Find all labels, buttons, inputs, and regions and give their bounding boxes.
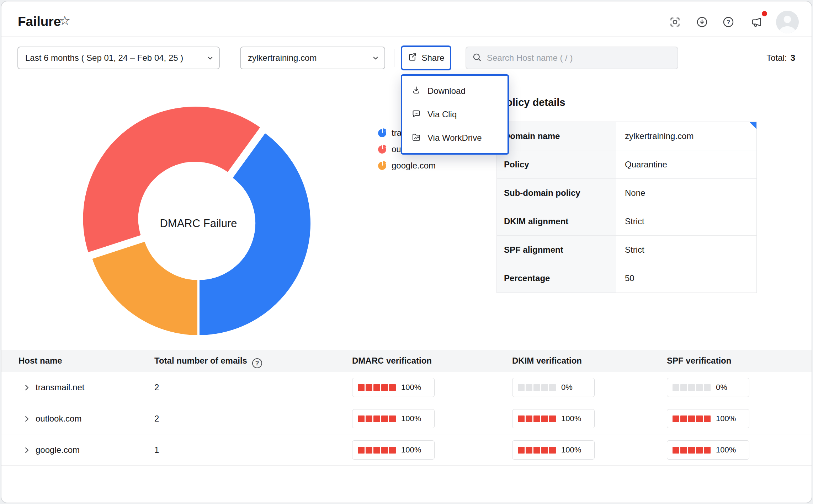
- table-row-google.com[interactable]: google.com1100%100%100%: [1, 434, 812, 466]
- policy-label: Percentage: [497, 264, 616, 293]
- policy-value: zylkertraining.com: [616, 122, 756, 150]
- meter-block: [704, 384, 711, 391]
- meter-percent: 0%: [561, 383, 573, 392]
- host-name-cell: google.com: [36, 434, 80, 466]
- meter-block: [358, 415, 365, 422]
- dmarc-meter: 100%: [352, 378, 435, 397]
- expand-chevron-icon[interactable]: [22, 414, 31, 423]
- donut-slice-google.com[interactable]: [91, 241, 198, 337]
- spf-meter: 100%: [667, 409, 749, 428]
- meter-block: [366, 447, 372, 454]
- search-input[interactable]: [487, 53, 672, 63]
- policy-value: Strict: [616, 236, 756, 264]
- policy-row: PolicyQuarantine: [497, 150, 756, 179]
- dmarc-meter: 100%: [352, 409, 435, 428]
- col-host-name: Host name: [18, 350, 62, 372]
- meter-block: [680, 384, 687, 391]
- policy-label: SPF alignment: [497, 236, 616, 264]
- chart-center-label: DMARC Failure: [74, 217, 323, 230]
- meter-percent: 0%: [716, 383, 727, 392]
- meter-percent: 100%: [401, 383, 421, 392]
- table-row-outlook.com[interactable]: outlook.com2100%100%100%: [1, 403, 812, 434]
- meter-block: [526, 415, 532, 422]
- policy-label: DKIM alignment: [497, 207, 616, 235]
- cliq-icon: [411, 109, 421, 120]
- host-name-cell: outlook.com: [36, 403, 81, 434]
- meter-block: [518, 447, 525, 454]
- policy-heading: Policy details: [499, 97, 565, 108]
- policy-label: Domain name: [497, 122, 616, 150]
- date-range-select[interactable]: Last 6 months ( Sep 01, 24 – Feb 04, 25 …: [17, 47, 220, 69]
- toolbar-divider: [230, 49, 230, 67]
- meter-block: [688, 415, 695, 422]
- total-label: Total:: [766, 53, 787, 63]
- download-icon: [411, 85, 421, 97]
- avatar[interactable]: [776, 11, 799, 33]
- announcements-icon[interactable]: [750, 16, 762, 28]
- policy-row: DKIM alignmentStrict: [497, 207, 756, 236]
- help-icon[interactable]: ?: [722, 16, 734, 28]
- meter-percent: 100%: [561, 414, 581, 423]
- col-total-emails: Total number of emails?: [154, 350, 262, 372]
- meter-block: [696, 415, 703, 422]
- meter-block: [541, 384, 548, 391]
- share-button[interactable]: Share: [401, 45, 451, 70]
- dkim-meter: 100%: [512, 440, 595, 460]
- meter-block: [549, 384, 556, 391]
- pie-icon: [377, 145, 387, 154]
- meter-block: [366, 384, 372, 391]
- meter-block: [688, 447, 695, 454]
- meter-block: [549, 415, 556, 422]
- spf-meter: 100%: [667, 440, 749, 460]
- meter-block: [673, 415, 679, 422]
- domain-select[interactable]: zylkertraining.com: [240, 47, 385, 69]
- policy-row: Percentage50: [497, 264, 756, 293]
- expand-chevron-icon[interactable]: [22, 383, 31, 392]
- dkim-meter: 100%: [512, 409, 595, 428]
- meter-block: [358, 384, 365, 391]
- notification-dot: [762, 11, 767, 16]
- meter-block: [673, 447, 679, 454]
- menu-item-via-workdrive[interactable]: Via WorkDrive: [402, 126, 508, 150]
- dkim-meter: 0%: [512, 378, 595, 397]
- meter-block: [389, 384, 396, 391]
- app-window: Failure ☆ ? Last 6 months ( Sep 01, 24 –…: [1, 1, 812, 503]
- share-icon: [408, 52, 417, 64]
- meter-block: [381, 447, 388, 454]
- policy-value: Strict: [616, 207, 756, 235]
- meter-block: [680, 447, 687, 454]
- policy-value: None: [616, 179, 756, 207]
- table-row-transmail.net[interactable]: transmail.net2100%0%0%: [1, 372, 812, 403]
- policy-row: SPF alignmentStrict: [497, 236, 756, 264]
- help-circle-icon[interactable]: ?: [252, 358, 262, 368]
- meter-block: [680, 415, 687, 422]
- toolbar-divider: [394, 49, 394, 67]
- download-report-icon[interactable]: [696, 16, 708, 28]
- meter-block: [518, 384, 525, 391]
- header-divider: [1, 36, 812, 37]
- menu-item-via-cliq[interactable]: Via Cliq: [402, 103, 508, 126]
- expand-chevron-icon[interactable]: [22, 445, 31, 455]
- meter-block: [373, 415, 380, 422]
- meter-block: [541, 447, 548, 454]
- meter-block: [526, 447, 532, 454]
- menu-item-label: Download: [427, 86, 466, 96]
- meter-block: [373, 447, 380, 454]
- host-table-body: transmail.net2100%0%0%outlook.com2100%10…: [1, 372, 812, 466]
- favorite-star-icon[interactable]: ☆: [59, 14, 70, 27]
- email-count-cell: 1: [154, 434, 159, 466]
- total-value: 3: [791, 53, 795, 63]
- policy-label: Sub-domain policy: [497, 179, 616, 207]
- col-dkim-verification: DKIM verification: [512, 350, 582, 372]
- policy-table: Domain namezylkertraining.comPolicyQuara…: [496, 122, 757, 293]
- spf-meter: 0%: [667, 378, 749, 397]
- meter-block: [389, 447, 396, 454]
- screen-capture-icon[interactable]: [669, 16, 681, 28]
- menu-item-download[interactable]: Download: [402, 79, 508, 103]
- date-range-value: Last 6 months ( Sep 01, 24 – Feb 04, 25 …: [25, 53, 183, 63]
- legend-item-google.com[interactable]: google.com: [377, 157, 440, 174]
- meter-block: [533, 447, 540, 454]
- col-spf-verification: SPF verification: [667, 350, 731, 372]
- menu-item-label: Via WorkDrive: [427, 133, 482, 143]
- search-box[interactable]: [466, 47, 678, 69]
